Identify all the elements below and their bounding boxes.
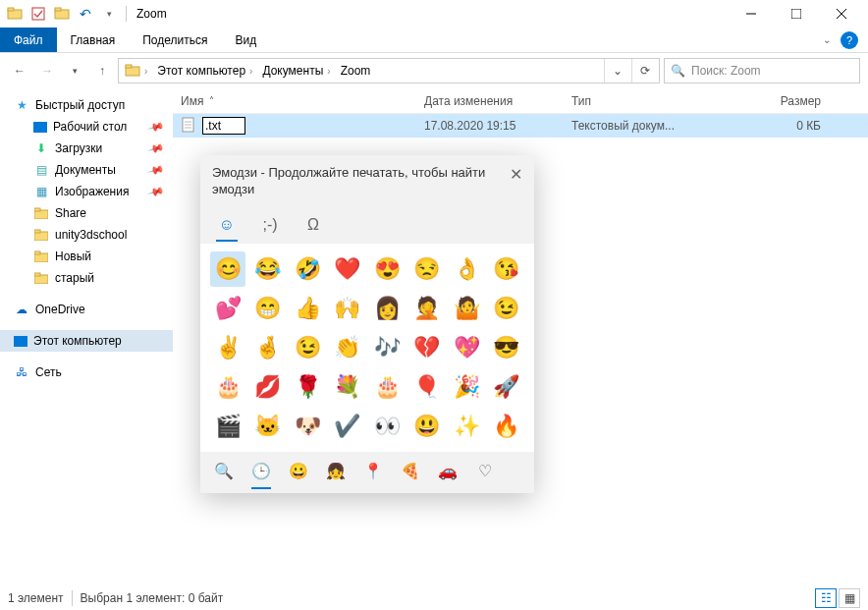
help-button[interactable]: ?	[841, 31, 858, 49]
emoji-cell[interactable]: ✔️	[330, 409, 365, 444]
emoji-cell[interactable]: 😎	[489, 330, 524, 365]
sidebar-item-share[interactable]: Share	[0, 202, 173, 224]
sidebar-item-old[interactable]: старый	[0, 267, 173, 289]
emoji-cell[interactable]: 😉	[290, 330, 325, 365]
emoji-category[interactable]: 🔍	[212, 460, 236, 483]
view-details-button[interactable]: ☷	[815, 588, 837, 608]
emoji-cell[interactable]: 🐶	[290, 409, 325, 444]
emoji-cell[interactable]: 😂	[250, 251, 286, 287]
emoji-tab-smiley[interactable]: ☺	[214, 212, 240, 238]
minimize-button[interactable]	[729, 0, 774, 28]
emoji-cell[interactable]: 💐	[330, 369, 365, 405]
emoji-cell[interactable]: 🎂	[369, 369, 405, 405]
emoji-cell[interactable]: 🎉	[449, 369, 484, 405]
sidebar-item-new[interactable]: Новый	[0, 246, 173, 267]
emoji-cell[interactable]: 😁	[250, 291, 286, 326]
crumb-root-icon[interactable]: ›	[121, 59, 151, 83]
emoji-cell[interactable]: 🎶	[369, 330, 405, 365]
emoji-cell[interactable]: 😒	[409, 251, 445, 287]
emoji-cell[interactable]: 👌	[449, 251, 484, 287]
emoji-category[interactable]: 🚗	[436, 460, 460, 483]
address-bar[interactable]: › Этот компьютер› Документы› Zoom ⌄ ⟳	[118, 58, 660, 83]
sidebar-item-quickaccess[interactable]: ★ Быстрый доступ	[0, 94, 173, 116]
recent-dropdown-icon[interactable]: ▾	[63, 59, 86, 83]
emoji-cell[interactable]: 👀	[369, 409, 405, 444]
qat-dropdown-icon[interactable]: ▾	[98, 3, 120, 25]
emoji-cell[interactable]: 🎈	[409, 369, 445, 405]
emoji-cell[interactable]: 💋	[250, 369, 286, 405]
emoji-cell[interactable]: 👏	[330, 330, 365, 365]
rename-input[interactable]	[202, 117, 245, 135]
search-box[interactable]: 🔍 Поиск: Zoom	[664, 58, 860, 83]
emoji-cell[interactable]: 🔥	[489, 409, 524, 444]
emoji-cell[interactable]: ❤️	[330, 251, 365, 287]
emoji-cell[interactable]: 🙌	[330, 291, 365, 326]
crumb-documents[interactable]: Документы›	[258, 59, 334, 83]
sidebar-item-downloads[interactable]: ⬇ Загрузки 📌	[0, 138, 173, 159]
sidebar-item-unity[interactable]: unity3dschool	[0, 224, 173, 246]
emoji-tab-kaomoji[interactable]: ;-)	[257, 212, 283, 238]
emoji-cell[interactable]: ✌️	[210, 330, 245, 365]
tab-file[interactable]: Файл	[0, 28, 57, 52]
tab-home[interactable]: Главная	[57, 28, 130, 52]
view-large-button[interactable]: ▦	[839, 588, 860, 608]
qat-properties-icon[interactable]	[27, 3, 49, 25]
col-size[interactable]: Размер	[711, 94, 829, 108]
refresh-button[interactable]: ⟳	[631, 59, 657, 83]
crumb-zoom[interactable]: Zoom	[337, 59, 375, 83]
emoji-cell[interactable]: 😉	[489, 291, 524, 326]
sidebar-item-desktop[interactable]: Рабочий стол 📌	[0, 116, 173, 138]
back-button[interactable]: ←	[8, 59, 31, 83]
sidebar-item-label: старый	[55, 271, 94, 285]
col-name[interactable]: Имя˄	[173, 94, 416, 108]
maximize-button[interactable]	[774, 0, 819, 28]
emoji-cell[interactable]: 🎂	[210, 369, 245, 405]
up-button[interactable]: ↑	[90, 59, 114, 83]
emoji-cell[interactable]: 😃	[409, 409, 445, 444]
emoji-cell[interactable]: 👍	[290, 291, 325, 326]
emoji-tab-symbols[interactable]: Ω	[300, 212, 326, 238]
qat-undo-icon[interactable]: ↶	[75, 3, 96, 25]
emoji-cell[interactable]: 🌹	[290, 369, 325, 405]
emoji-cell[interactable]: 👩	[369, 291, 405, 326]
emoji-panel: Эмодзи - Продолжайте печатать, чтобы най…	[200, 155, 534, 493]
emoji-category[interactable]: 🕒	[249, 460, 273, 483]
sidebar-item-label: Быстрый доступ	[35, 98, 125, 112]
emoji-cell[interactable]: 🚀	[489, 369, 524, 405]
emoji-category[interactable]: 📍	[361, 460, 385, 483]
close-button[interactable]	[819, 0, 864, 28]
ribbon-chevron-icon[interactable]: ⌄	[823, 34, 831, 45]
emoji-category[interactable]: 👧	[324, 460, 348, 483]
tab-view[interactable]: Вид	[221, 28, 270, 52]
crumb-thispc[interactable]: Этот компьютер›	[153, 59, 256, 83]
forward-button[interactable]: →	[35, 59, 59, 83]
emoji-cell[interactable]: 💖	[449, 330, 484, 365]
sidebar-item-documents[interactable]: ▤ Документы 📌	[0, 159, 173, 181]
emoji-cell[interactable]: 💔	[409, 330, 445, 365]
emoji-category[interactable]: 😀	[287, 460, 310, 483]
file-row[interactable]: 17.08.2020 19:15 Текстовый докум... 0 КБ	[173, 114, 868, 138]
sort-asc-icon: ˄	[209, 95, 214, 106]
col-date[interactable]: Дата изменения	[416, 94, 564, 108]
emoji-cell[interactable]: 🤷	[449, 291, 484, 326]
sidebar-item-thispc[interactable]: Этот компьютер	[0, 330, 173, 352]
emoji-category[interactable]: ♡	[473, 460, 497, 483]
emoji-cell[interactable]: 😘	[489, 251, 524, 287]
emoji-cell[interactable]: ✨	[449, 409, 484, 444]
emoji-cell[interactable]: 🤣	[290, 251, 325, 287]
emoji-category[interactable]: 🍕	[399, 460, 422, 483]
emoji-cell[interactable]: 💕	[210, 291, 245, 326]
emoji-cell[interactable]: 🐱	[250, 409, 286, 444]
col-type[interactable]: Тип	[564, 94, 711, 108]
emoji-cell[interactable]: 😊	[210, 251, 245, 287]
emoji-close-button[interactable]: ✕	[503, 165, 522, 198]
sidebar-item-network[interactable]: 🖧 Сеть	[0, 361, 173, 383]
sidebar-item-pictures[interactable]: ▦ Изображения 📌	[0, 181, 173, 202]
emoji-cell[interactable]: 🤞	[250, 330, 286, 365]
emoji-cell[interactable]: 🤦	[409, 291, 445, 326]
tab-share[interactable]: Поделиться	[129, 28, 221, 52]
address-dropdown-icon[interactable]: ⌄	[604, 59, 629, 83]
sidebar-item-onedrive[interactable]: ☁ OneDrive	[0, 299, 173, 320]
emoji-cell[interactable]: 😍	[369, 251, 405, 287]
emoji-cell[interactable]: 🎬	[210, 409, 245, 444]
